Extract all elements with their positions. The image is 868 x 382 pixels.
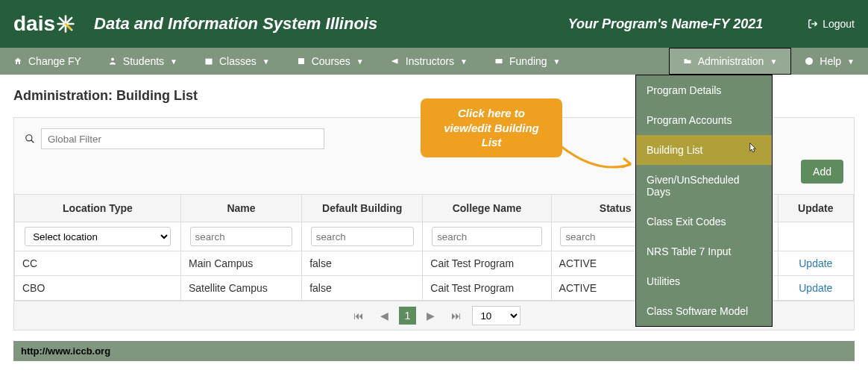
college-name-search-input[interactable] [432,227,542,246]
nav-funding-label: Funding [509,55,547,67]
main-nav: Change FY Students ▼ Classes ▼ Courses ▼… [0,48,868,75]
caret-down-icon: ▼ [553,57,561,66]
pager-last[interactable]: ⏭ [445,307,468,325]
dropdown-utilities[interactable]: Utilities [636,266,772,296]
app-title: Data and Information System Illinois [94,14,568,34]
cell-college-name: Cait Test Program [423,251,551,276]
help-icon [805,57,814,66]
nav-instructors-label: Instructors [406,55,454,67]
nav-courses[interactable]: Courses ▼ [283,48,377,75]
book-icon [297,57,306,66]
caret-down-icon: ▼ [262,57,270,66]
nav-students[interactable]: Students ▼ [95,48,191,75]
cell-location-type: CC [15,251,181,276]
caret-down-icon: ▼ [170,57,177,66]
logout-icon [808,19,818,29]
nav-administration-label: Administration [698,55,764,67]
cell-name: Satellite Campus [180,276,301,301]
cell-name: Main Campus [180,251,301,276]
footer-url[interactable]: http://www.iccb.org [13,341,855,361]
nav-classes-label: Classes [219,55,257,67]
pager-size-select[interactable]: 10 [472,306,521,325]
dropdown-given-unscheduled[interactable]: Given/UnScheduled Days [636,165,772,207]
cell-default-building: false [302,276,423,301]
svg-point-6 [111,58,114,61]
default-building-search-input[interactable] [311,227,414,246]
program-name: Your Program's Name-FY 2021 [568,16,763,32]
dropdown-class-software-model[interactable]: Class Software Model [636,296,772,326]
cell-default-building: false [302,251,423,276]
pager-prev[interactable]: ◀ [374,307,394,325]
pager-next[interactable]: ▶ [421,307,441,325]
svg-point-9 [805,57,813,65]
logout-link[interactable]: Logout [808,18,855,30]
svg-point-10 [26,135,32,141]
add-button[interactable]: Add [801,160,843,184]
calendar-icon [204,57,213,66]
th-location-type[interactable]: Location Type [15,195,181,222]
svg-rect-7 [206,59,213,65]
location-type-select[interactable]: Select location [25,227,171,246]
cursor-pointer-icon [745,141,758,157]
nav-change-fy[interactable]: Change FY [0,48,95,75]
nav-classes[interactable]: Classes ▼ [191,48,283,75]
svg-rect-8 [496,59,503,63]
person-icon [108,57,117,66]
nav-help[interactable]: Help ▼ [791,48,868,75]
cell-location-type: CBO [15,276,181,301]
nav-courses-label: Courses [312,55,350,67]
th-default-building[interactable]: Default Building [302,195,423,222]
annotation-callout: Click here to view/edit Building List [421,98,562,157]
megaphone-icon [391,57,400,66]
th-name[interactable]: Name [180,195,301,222]
dropdown-program-accounts[interactable]: Program Accounts [636,105,772,135]
th-college-name[interactable]: College Name [423,195,551,222]
administration-dropdown: Program Details Program Accounts Buildin… [635,75,773,327]
name-search-input[interactable] [190,227,293,246]
global-filter-input[interactable] [41,128,324,149]
search-icon [25,134,35,144]
home-icon [13,57,22,66]
card-icon [494,57,503,66]
cell-college-name: Cait Test Program [423,276,551,301]
nav-change-fy-label: Change FY [28,55,81,67]
dropdown-class-exit-codes[interactable]: Class Exit Codes [636,207,772,237]
nav-instructors[interactable]: Instructors ▼ [377,48,481,75]
nav-students-label: Students [123,55,164,67]
th-update[interactable]: Update [778,195,853,222]
nav-administration[interactable]: Administration ▼ [669,48,792,75]
caret-down-icon: ▼ [356,57,364,66]
dropdown-building-list[interactable]: Building List [636,135,772,165]
dropdown-program-details[interactable]: Program Details [636,75,772,105]
caret-down-icon: ▼ [847,57,855,66]
pager-first[interactable]: ⏮ [347,307,370,325]
nav-help-label: Help [820,55,841,67]
nav-funding[interactable]: Funding ▼ [481,48,574,75]
svg-line-11 [31,140,34,143]
update-link[interactable]: Update [799,282,832,294]
logo-text: dais [13,12,55,36]
update-link[interactable]: Update [799,257,832,269]
logo: dais [13,12,78,36]
annotation-arrow-icon [556,142,638,179]
app-header: dais Data and Information System Illinoi… [0,0,868,48]
dropdown-building-list-label: Building List [647,144,703,156]
logout-label: Logout [823,18,855,30]
logo-asterisk-icon [55,13,76,34]
pager-page[interactable]: 1 [399,307,417,325]
folder-icon [683,57,692,66]
dropdown-nrs-table7[interactable]: NRS Table 7 Input [636,237,772,266]
caret-down-icon: ▼ [460,57,468,66]
caret-down-icon: ▼ [770,57,777,66]
